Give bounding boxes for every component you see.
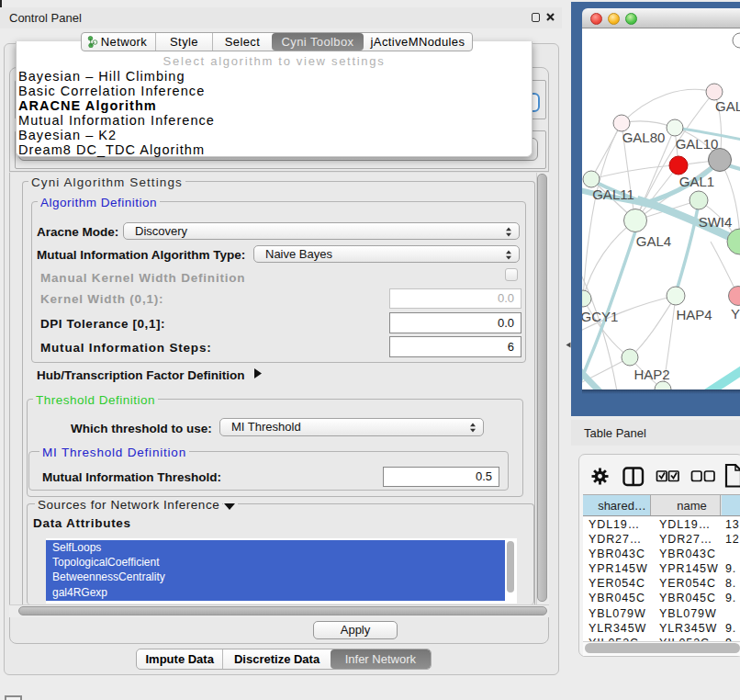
svg-text:GAL10: GAL10: [676, 136, 719, 152]
svg-text:HAP4: HAP4: [676, 307, 712, 322]
svg-text:GAL11: GAL11: [592, 186, 634, 202]
svg-text:GAL1: GAL1: [679, 174, 714, 189]
svg-text:HAP2: HAP2: [633, 367, 669, 382]
svg-text:SWI4: SWI4: [699, 214, 733, 230]
svg-text:GCY1: GCY1: [582, 309, 618, 324]
svg-text:Y: Y: [731, 306, 740, 322]
svg-text:GAL4: GAL4: [636, 233, 671, 249]
svg-text:GAL: GAL: [715, 98, 740, 114]
svg-text:GAL80: GAL80: [622, 130, 666, 145]
